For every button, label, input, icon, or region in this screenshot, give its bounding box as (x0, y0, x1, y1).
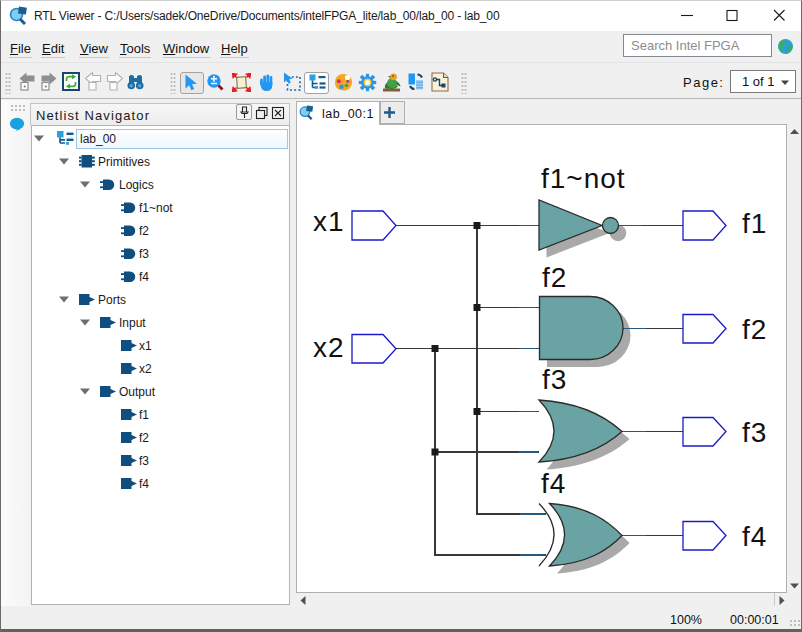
svg-text:f4: f4 (541, 468, 566, 499)
svg-text:f3: f3 (542, 364, 567, 395)
svg-text:f2: f2 (742, 314, 767, 345)
svg-text:f4: f4 (742, 521, 767, 552)
svg-text:f1: f1 (742, 208, 767, 239)
svg-text:x2: x2 (313, 332, 345, 363)
svg-text:f1~not: f1~not (541, 163, 626, 194)
svg-text:f3: f3 (742, 417, 767, 448)
svg-text:f2: f2 (542, 262, 567, 293)
svg-text:x1: x1 (313, 206, 345, 237)
